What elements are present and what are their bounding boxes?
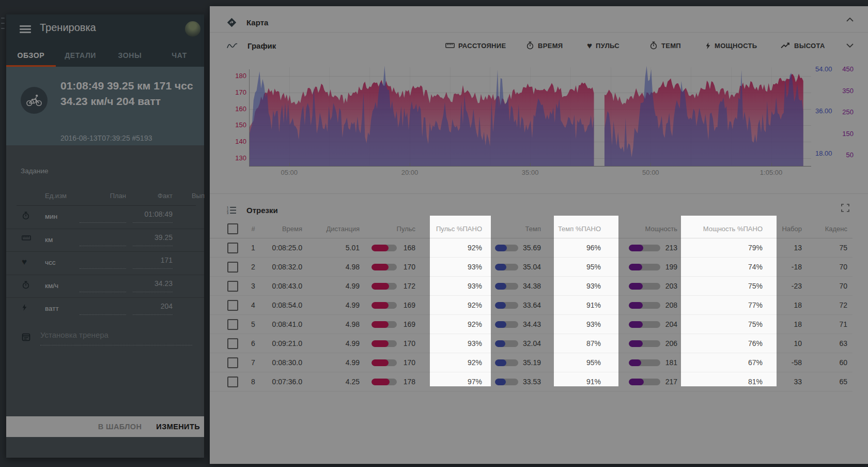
table-row[interactable]: 8 0:07:36.0 4.25 178 97% 33.53 91% 217 8… [210,372,853,391]
hr-axis-tick: 140 [215,138,246,145]
row-checkbox[interactable] [227,243,238,253]
tab-overview[interactable]: ОБЗОР [6,43,56,67]
col-tempo-pct: Темп %ПАНО [554,219,618,238]
pulse-bar [371,379,397,385]
fact-field[interactable]: 34.23 [133,279,173,292]
power-bar [629,245,660,251]
heart-icon: ♥ [22,258,32,267]
toggle-distance[interactable]: РАССТОЯНИЕ [445,39,506,52]
row-checkbox[interactable] [227,262,238,273]
x-axis-tick: 20:00 [389,169,430,176]
expand-icon[interactable] [841,204,849,212]
coach-note-input[interactable]: Установка тренера [40,330,192,345]
tempo-bar [495,264,518,270]
chevron-down-icon[interactable] [846,43,854,48]
table-row[interactable]: 1 0:08:25.0 5.01 168 92% 35.69 96% 213 7… [210,238,853,258]
table-row[interactable]: 4 0:08:54.0 4.99 169 92% 33.64 91% 208 7… [210,296,853,315]
power-bar [629,283,660,290]
task-table-header: Ед.изм План Факт Вып [6,192,204,201]
row-checkbox[interactable] [227,376,238,387]
chevron-up-icon[interactable] [846,18,854,22]
trend-up-icon [781,42,791,49]
lightning-icon [22,304,32,311]
toggle-elevation[interactable]: ВЫСОТА [781,39,825,52]
x-axis-tick: 50:00 [630,169,671,176]
table-row[interactable]: 3 0:08:43.0 4.99 172 93% 34.38 93% 203 7… [210,277,853,296]
task-section: Задание Ед.изм План Факт Вып мин 01:08:4… [6,145,204,437]
segments-section-header: 123 Отрезки [227,202,278,218]
map-icon [227,18,237,27]
stopwatch-icon [649,41,658,50]
plan-field[interactable] [80,210,126,223]
fact-field[interactable]: 171 [133,256,173,269]
row-checkbox[interactable] [227,357,238,368]
tempo-bar [495,340,518,347]
coach-note-row: Установка тренера [6,328,204,349]
col-fact: Факт [133,192,173,200]
training-sidebar: Тренировка ОБЗОР ДЕТАЛИ ЗОНЫ ЧАТ 01:08:4… [6,14,204,458]
toggle-pulse[interactable]: ♥ ПУЛЬС [587,39,619,52]
col-number: # [245,219,261,238]
tab-zones[interactable]: ЗОНЫ [105,43,155,67]
workout-chart[interactable] [249,62,811,167]
col-gain: Набор [777,219,804,238]
hr-axis-tick: 150 [215,121,246,129]
pulse-bar [371,359,397,366]
plan-field[interactable] [80,279,126,292]
tempo-bar [495,302,518,309]
tab-details[interactable]: ДЕТАЛИ [56,43,105,67]
ruler-icon [445,42,455,49]
unit-label: мин [45,213,57,220]
task-row-distance: км 39.25 [6,229,204,252]
fact-field[interactable]: 204 [133,302,173,315]
svg-text:3: 3 [227,212,228,214]
col-plan: План [80,192,126,200]
pulse-bar [371,245,397,251]
col-cadence: Каденс [804,219,849,238]
hr-axis-tick: 130 [215,154,246,162]
background-menu-icon [1,23,5,24]
plan-field[interactable] [80,256,126,269]
tempo-bar [495,283,518,290]
to-template-button[interactable]: В ШАБЛОН [98,423,142,431]
fact-field[interactable]: 01:08:49 [133,210,173,223]
fact-field[interactable]: 39.25 [133,233,173,246]
row-checkbox[interactable] [227,319,238,330]
numbered-list-icon: 123 [227,206,237,214]
background-menu-icon [1,18,5,19]
toggle-power[interactable]: МОЩНОСТЬ [705,39,757,52]
workout-detail-panel: Карта График РАССТОЯНИЕ ВРЕМЯ ♥ ПУЛЬС ТЕ… [210,6,868,464]
x-axis-tick: 1:05:00 [751,169,792,176]
pulse-bar [371,264,397,270]
plan-field[interactable] [80,233,126,246]
avatar[interactable] [185,21,200,37]
plan-field[interactable] [80,302,126,315]
map-section-title: Карта [246,18,268,27]
task-heading: Задание [21,167,49,175]
row-checkbox[interactable] [227,338,238,349]
table-row[interactable]: 2 0:08:32.0 4.98 170 93% 35.04 95% 199 7… [210,258,853,277]
select-all-checkbox[interactable] [227,223,238,234]
hr-axis-tick: 170 [215,88,246,96]
sidebar-header: Тренировка [6,14,204,43]
power-axis-tick: 350 [829,87,854,95]
task-row-duration: мин 01:08:49 [6,206,204,229]
tab-chat[interactable]: ЧАТ [154,43,204,67]
stopwatch-icon [22,281,32,289]
power-axis-tick: 50 [829,151,854,159]
row-checkbox[interactable] [227,300,238,311]
stopwatch-icon [526,41,534,50]
row-checkbox[interactable] [227,281,238,292]
table-row[interactable]: 5 0:08:41.0 4.98 169 92% 34.43 93% 204 7… [210,315,853,334]
toggle-tempo[interactable]: ТЕМП [649,39,681,52]
table-row[interactable]: 6 0:09:21.0 4.99 170 93% 32.04 87% 206 7… [210,334,853,353]
table-row[interactable]: 7 0:08:30.0 4.99 170 92% 35.19 95% 181 6… [210,353,853,372]
pulse-bar [371,302,397,309]
task-row-heart-rate: ♥ чсс 171 [6,251,204,275]
line-chart-icon [227,42,238,49]
toggle-time[interactable]: ВРЕМЯ [526,39,563,52]
hamburger-menu-icon[interactable] [20,25,31,33]
ruler-icon [22,235,32,241]
edit-button[interactable]: ИЗМЕНИТЬ [156,423,200,431]
workout-summary-card: 01:08:49 39.25 км 171 чсс 34.23 км/ч 204… [6,67,204,145]
